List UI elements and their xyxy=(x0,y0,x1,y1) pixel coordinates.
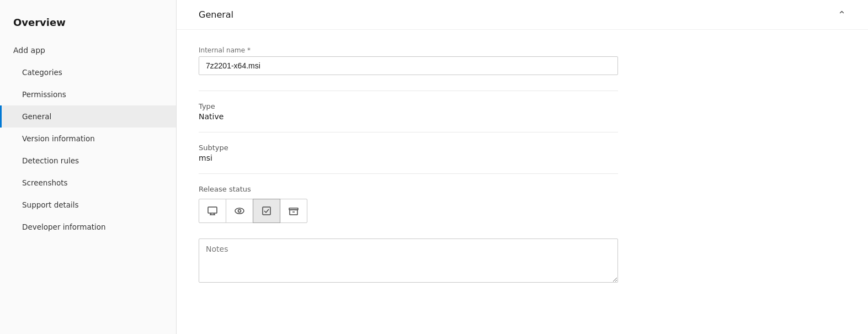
subtype-value: msi xyxy=(199,153,846,162)
section-body: Internal name * Type Native Subtype msi … xyxy=(177,30,868,316)
sidebar-item-add-app[interactable]: Add app xyxy=(0,39,176,61)
internal-name-input[interactable] xyxy=(199,56,618,75)
release-status-button-group xyxy=(199,199,846,223)
main-content: General ⌃ Internal name * Type Native Su… xyxy=(177,0,868,334)
release-status-label: Release status xyxy=(199,185,846,193)
section-title: General xyxy=(199,9,233,20)
notes-textarea[interactable] xyxy=(199,238,618,283)
internal-name-field-group: Internal name * xyxy=(199,46,846,75)
internal-name-label: Internal name * xyxy=(199,46,846,54)
notes-field-group xyxy=(199,238,846,284)
sidebar-item-screenshots[interactable]: Screenshots xyxy=(0,172,176,194)
sidebar-item-developer-information[interactable]: Developer information xyxy=(0,216,176,238)
sidebar-item-version-information[interactable]: Version information xyxy=(0,128,176,150)
svg-rect-6 xyxy=(263,207,270,215)
sidebar: Overview Add appCategoriesPermissionsGen… xyxy=(0,0,177,334)
sidebar-item-categories[interactable]: Categories xyxy=(0,61,176,83)
sidebar-item-detection-rules[interactable]: Detection rules xyxy=(0,150,176,172)
divider-2 xyxy=(199,132,618,132)
release-status-btn-2[interactable] xyxy=(226,199,253,223)
sidebar-item-general[interactable]: General xyxy=(0,105,176,128)
subtype-label: Subtype xyxy=(199,144,846,152)
type-value: Native xyxy=(199,112,846,121)
release-status-btn-1[interactable] xyxy=(199,199,226,223)
section-header: General ⌃ xyxy=(177,0,868,30)
sidebar-item-support-details[interactable]: Support details xyxy=(0,194,176,216)
svg-rect-0 xyxy=(208,207,217,213)
svg-point-5 xyxy=(238,210,241,213)
chevron-up-icon[interactable]: ⌃ xyxy=(838,9,846,20)
release-status-group: Release status xyxy=(199,185,846,223)
sidebar-title: Overview xyxy=(0,11,176,39)
type-label: Type xyxy=(199,102,846,110)
release-status-btn-3[interactable] xyxy=(253,199,280,223)
subtype-field: Subtype msi xyxy=(199,144,846,162)
release-status-btn-4[interactable] xyxy=(280,199,307,223)
svg-point-4 xyxy=(235,208,244,214)
type-field: Type Native xyxy=(199,102,846,121)
divider-3 xyxy=(199,173,618,174)
sidebar-item-permissions[interactable]: Permissions xyxy=(0,83,176,105)
divider-1 xyxy=(199,91,618,91)
